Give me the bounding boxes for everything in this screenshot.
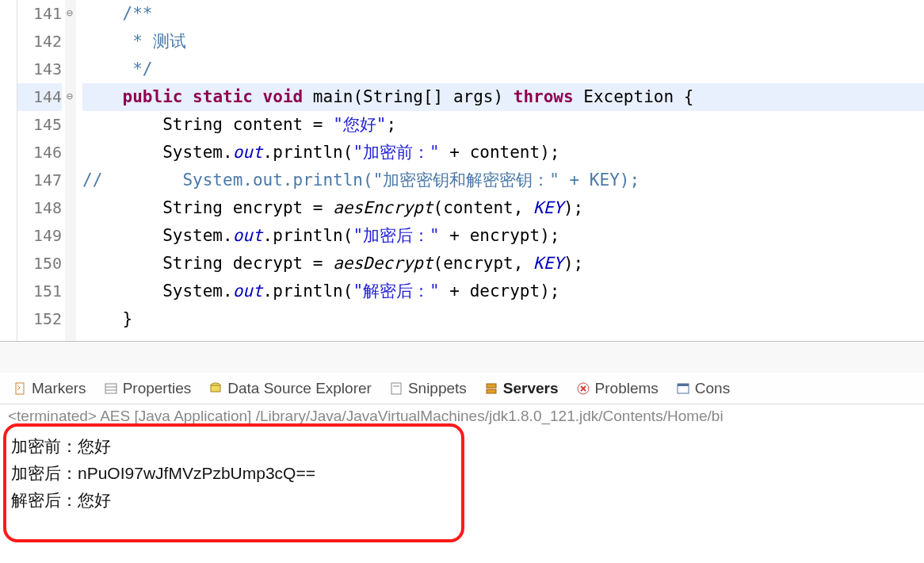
- svg-rect-5: [211, 385, 220, 392]
- line-number: 147: [17, 167, 62, 194]
- console-line: 解密后：您好: [11, 487, 913, 514]
- tab-properties[interactable]: Properties: [104, 380, 192, 397]
- tab-label: Markers: [32, 380, 86, 397]
- code-line[interactable]: // System.out.println("加密密钥和解密密钥：" + KEY…: [82, 167, 924, 194]
- svg-rect-1: [105, 384, 116, 393]
- keyword-void: void: [263, 87, 304, 106]
- keyword-public: public: [123, 87, 183, 106]
- code-line[interactable]: /**: [82, 0, 924, 28]
- code-line[interactable]: System.out.println("解密后：" + decrypt);: [82, 278, 924, 305]
- svg-rect-0: [16, 383, 24, 394]
- code-line[interactable]: String content = "您好";: [82, 111, 924, 139]
- tab-label: Cons: [695, 380, 730, 397]
- line-number: 141⊖: [17, 0, 62, 28]
- line-comment: // System.out.println("加密密钥和解密密钥：" + KEY…: [82, 170, 640, 190]
- snippets-icon: [389, 381, 403, 396]
- keyword-static: static: [193, 87, 253, 106]
- dse-icon: [208, 381, 223, 396]
- line-number: 150: [17, 250, 62, 278]
- line-number: 145: [17, 111, 62, 139]
- tab-snippets[interactable]: Snippets: [389, 380, 467, 397]
- line-number: 144⊖: [17, 83, 62, 111]
- code-line[interactable]: System.out.println("加密后：" + encrypt);: [82, 222, 924, 250]
- tab-console[interactable]: Cons: [676, 380, 730, 397]
- console-line: 加密后：nPuOI97wJfMVzPzbUmp3cQ==: [11, 460, 913, 487]
- svg-rect-8: [487, 384, 496, 388]
- svg-rect-14: [678, 384, 689, 386]
- line-number: 146: [17, 139, 62, 167]
- svg-rect-6: [391, 383, 401, 394]
- method-name: main: [313, 87, 353, 106]
- fold-minus-icon[interactable]: ⊖: [63, 8, 73, 17]
- static-method-call: aesDecrypt: [333, 254, 433, 273]
- line-number: 142: [17, 28, 62, 56]
- code-line[interactable]: */: [82, 56, 924, 83]
- code-line-current[interactable]: public static void main(String[] args) t…: [82, 83, 924, 111]
- code-line[interactable]: * 测试: [82, 28, 924, 56]
- line-number-gutter: 141⊖ 142 143 144⊖ 145 146 147 148 149 15…: [17, 0, 65, 341]
- line-number: 151: [17, 278, 62, 305]
- tab-markers[interactable]: Markers: [13, 380, 86, 397]
- field-out: out: [233, 226, 263, 245]
- fold-margin: [65, 0, 76, 341]
- javadoc-body: * 测试: [123, 32, 186, 51]
- code-line[interactable]: System.out.println("加密前：" + content);: [82, 139, 924, 167]
- code-line[interactable]: String decrypt = aesDecrypt(encrypt, KEY…: [82, 250, 924, 278]
- pane-separator[interactable]: [0, 341, 924, 373]
- field-out: out: [233, 143, 263, 162]
- tab-label: Servers: [503, 380, 559, 397]
- keyword-throws: throws: [514, 87, 574, 106]
- bottom-tabs-bar: Markers Properties Data Source Explorer …: [0, 373, 924, 404]
- tab-label: Data Source Explorer: [227, 380, 372, 397]
- problems-icon: [576, 381, 590, 396]
- svg-rect-9: [487, 389, 496, 393]
- line-number: 152: [17, 305, 62, 333]
- code-line[interactable]: String encrypt = aesEncrypt(content, KEY…: [82, 194, 924, 222]
- console-output[interactable]: 加密前：您好 加密后：nPuOI97wJfMVzPzbUmp3cQ== 解密后：…: [0, 428, 924, 519]
- field-out: out: [233, 282, 263, 301]
- static-method-call: aesEncrypt: [333, 198, 433, 217]
- tab-label: Problems: [595, 380, 659, 397]
- console-icon: [676, 381, 690, 396]
- code-line[interactable]: }: [82, 305, 924, 333]
- tab-label: Snippets: [408, 380, 467, 397]
- tab-problems[interactable]: Problems: [576, 380, 659, 397]
- console-line: 加密前：您好: [11, 433, 913, 460]
- marker-margin: [0, 0, 17, 341]
- javadoc-close: */: [123, 59, 153, 79]
- markers-icon: [13, 381, 27, 396]
- fold-minus-icon[interactable]: ⊖: [63, 91, 73, 101]
- string-literal: "解密后：": [353, 282, 439, 301]
- tab-data-source-explorer[interactable]: Data Source Explorer: [208, 380, 372, 397]
- string-literal: "加密后：": [353, 226, 439, 245]
- line-number: 149: [17, 222, 62, 250]
- string-literal: "您好": [333, 115, 386, 134]
- constant-key: KEY: [533, 254, 563, 273]
- servers-icon: [484, 381, 498, 396]
- line-number: 143: [17, 56, 62, 83]
- line-number: 148: [17, 194, 62, 222]
- constant-key: KEY: [533, 198, 563, 217]
- tab-label: Properties: [123, 380, 192, 397]
- string-literal: "加密前：": [353, 143, 439, 162]
- code-editor[interactable]: 141⊖ 142 143 144⊖ 145 146 147 148 149 15…: [0, 0, 924, 341]
- javadoc-open: /**: [123, 4, 153, 23]
- code-content[interactable]: /** * 测试 */ public static void main(Stri…: [76, 0, 924, 341]
- console-process-header: <terminated> AES [Java Application] /Lib…: [0, 404, 924, 428]
- tab-servers[interactable]: Servers: [484, 380, 559, 397]
- properties-icon: [104, 381, 118, 396]
